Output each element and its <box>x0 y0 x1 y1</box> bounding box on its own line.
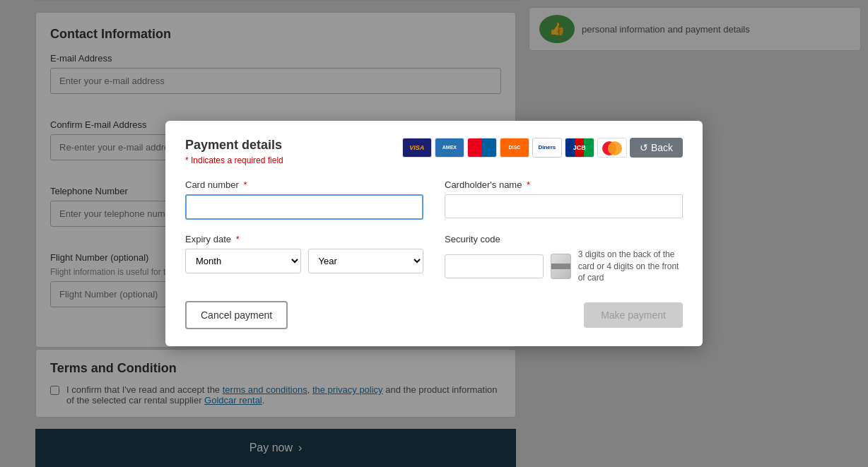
month-select[interactable]: Month 01 02 03 04 05 06 07 08 09 10 11 1… <box>185 249 301 273</box>
modal-overlay: Payment details * Indicates a required f… <box>0 0 868 467</box>
security-code-row: 3 digits on the back of the card or 4 di… <box>445 249 683 284</box>
card-number-group: Card number * <box>185 179 423 220</box>
modal-body: Card number * Cardholder's name * Expiry… <box>185 179 683 284</box>
mastercard-logo <box>597 138 627 158</box>
discover-logo: DISC <box>500 138 529 158</box>
card-logos: VISA AMEX DISC Diners JCB ↺ Back <box>402 138 683 158</box>
payment-modal: Payment details * Indicates a required f… <box>165 121 703 346</box>
jcb-logo: JCB <box>565 138 594 158</box>
maestro-logo <box>467 138 497 158</box>
card-number-input[interactable] <box>185 194 423 220</box>
modal-title: Payment details <box>185 138 283 153</box>
cancel-payment-button[interactable]: Cancel payment <box>185 301 288 329</box>
modal-title-block: Payment details * Indicates a required f… <box>185 138 283 165</box>
expiry-label: Expiry date * <box>185 234 423 244</box>
cardholder-label: Cardholder's name * <box>445 179 683 190</box>
amex-logo: AMEX <box>435 138 464 158</box>
expiry-group: Expiry date * Month 01 02 03 04 05 06 07… <box>185 234 423 284</box>
expiry-row: Month 01 02 03 04 05 06 07 08 09 10 11 1… <box>185 249 423 273</box>
security-code-group: Security code 3 digits on the back of th… <box>445 234 683 284</box>
back-label: Back <box>651 142 673 153</box>
visa-logo: VISA <box>402 138 432 158</box>
card-back-image <box>551 254 571 279</box>
required-asterisk: * <box>185 155 189 165</box>
make-payment-button[interactable]: Make payment <box>584 302 683 328</box>
modal-footer: Cancel payment Make payment <box>185 301 683 329</box>
diners-logo: Diners <box>532 138 562 158</box>
card-number-label: Card number * <box>185 179 423 190</box>
cardholder-input[interactable] <box>445 194 683 218</box>
card-number-req: * <box>244 179 247 190</box>
security-code-label: Security code <box>445 234 683 244</box>
cardholder-group: Cardholder's name * <box>445 179 683 220</box>
expiry-req: * <box>236 234 240 244</box>
security-hint: 3 digits on the back of the card or 4 di… <box>578 249 683 284</box>
modal-header: Payment details * Indicates a required f… <box>185 138 683 165</box>
required-note: * Indicates a required field <box>185 155 283 165</box>
back-button[interactable]: ↺ Back <box>630 138 683 158</box>
back-icon: ↺ <box>640 142 648 153</box>
year-select[interactable]: Year 2024 2025 2026 2027 2028 2029 2030 <box>308 249 424 273</box>
security-code-input[interactable] <box>445 254 544 278</box>
required-note-text: Indicates a required field <box>191 155 283 165</box>
cardholder-req: * <box>527 179 530 190</box>
